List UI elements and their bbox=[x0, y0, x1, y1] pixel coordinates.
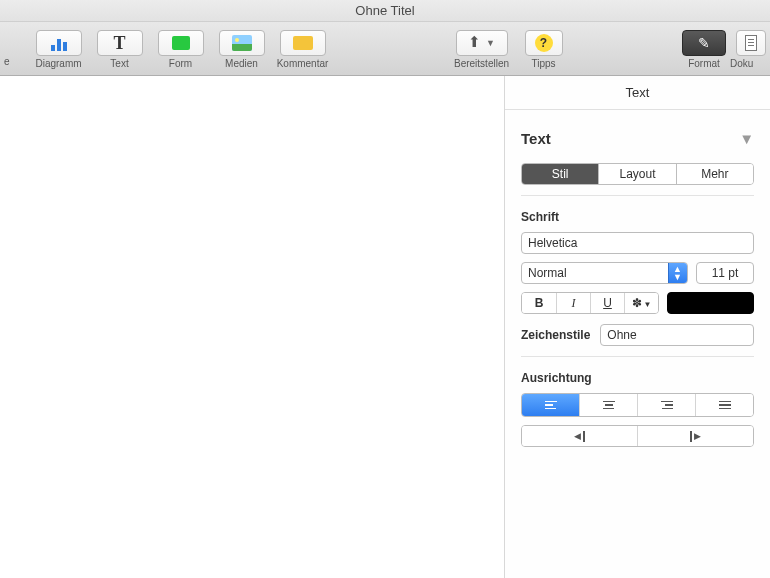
indent-icon: ▶ bbox=[690, 431, 701, 442]
toolbar-item-truncated[interactable]: e bbox=[4, 30, 28, 69]
toolbar: e Diagramm T Text Form Medien Kommentar … bbox=[0, 22, 770, 76]
align-center-button[interactable] bbox=[579, 394, 637, 416]
font-action-menu[interactable]: ✽▼ bbox=[624, 293, 658, 313]
font-weight-select[interactable]: Normal ▲▼ bbox=[521, 262, 688, 284]
font-family-select[interactable]: Helvetica bbox=[521, 232, 754, 254]
format-inspector: Text Text ▼ Stil Layout Mehr Schrift Hel… bbox=[504, 76, 770, 578]
outdent-button[interactable]: ◀ bbox=[522, 426, 637, 446]
comment-icon bbox=[293, 36, 313, 50]
toolbar-item-share[interactable]: ⬆︎ ▼ Bereitstellen bbox=[444, 30, 520, 69]
toolbar-item-chart[interactable]: Diagramm bbox=[28, 30, 89, 69]
toolbar-label: Tipps bbox=[520, 58, 568, 69]
toolbar-item-format[interactable]: Format bbox=[678, 30, 730, 69]
toolbar-label: Kommentar bbox=[272, 58, 333, 69]
align-right-icon bbox=[661, 401, 673, 410]
indent-segment: ◀ ▶ bbox=[521, 425, 754, 447]
section-label-alignment: Ausrichtung bbox=[521, 371, 754, 385]
paragraph-style-name: Text bbox=[521, 130, 551, 147]
toolbar-label: Format bbox=[678, 58, 730, 69]
outdent-icon: ◀ bbox=[574, 431, 585, 442]
align-left-icon bbox=[545, 401, 557, 410]
toolbar-item-shape[interactable]: Form bbox=[150, 30, 211, 69]
gear-icon: ✽ bbox=[632, 296, 642, 310]
inspector-subtabs: Stil Layout Mehr bbox=[521, 163, 754, 185]
toolbar-item-comment[interactable]: Kommentar bbox=[272, 30, 333, 69]
text-alignment-segment bbox=[521, 393, 754, 417]
align-right-button[interactable] bbox=[637, 394, 695, 416]
stepper-arrows-icon: ▲▼ bbox=[673, 265, 682, 281]
toolbar-label: Diagramm bbox=[28, 58, 89, 69]
inspector-tab-text[interactable]: Text bbox=[505, 85, 770, 100]
section-label-font: Schrift bbox=[521, 210, 754, 224]
align-center-icon bbox=[603, 401, 615, 410]
toolbar-label: Bereitstellen bbox=[444, 58, 520, 69]
chevron-down-icon: ▼ bbox=[644, 300, 652, 309]
subtab-stil[interactable]: Stil bbox=[522, 164, 598, 184]
font-style-group: B I U ✽▼ bbox=[521, 292, 659, 314]
toolbar-item-document[interactable]: Doku bbox=[730, 30, 766, 69]
toolbar-item-text[interactable]: T Text bbox=[89, 30, 150, 69]
subtab-layout[interactable]: Layout bbox=[598, 164, 675, 184]
share-icon: ⬆︎ bbox=[468, 33, 481, 51]
text-color-swatch[interactable] bbox=[667, 292, 754, 314]
character-style-select[interactable]: Ohne bbox=[600, 324, 754, 346]
label-character-style: Zeichenstile bbox=[521, 328, 590, 342]
paragraph-style-popup[interactable]: Text ▼ bbox=[521, 124, 754, 163]
italic-button[interactable]: I bbox=[556, 293, 590, 313]
bold-button[interactable]: B bbox=[522, 293, 556, 313]
document-icon bbox=[745, 35, 757, 51]
help-icon: ? bbox=[535, 34, 553, 52]
shape-icon bbox=[172, 36, 190, 50]
toolbar-item-media[interactable]: Medien bbox=[211, 30, 272, 69]
chevron-down-icon: ▼ bbox=[739, 130, 754, 147]
toolbar-label: Medien bbox=[211, 58, 272, 69]
chevron-down-icon: ▼ bbox=[486, 38, 495, 48]
toolbar-label: Form bbox=[150, 58, 211, 69]
align-left-button[interactable] bbox=[522, 394, 579, 416]
toolbar-label: Doku bbox=[730, 58, 766, 69]
toolbar-label: Text bbox=[89, 58, 150, 69]
toolbar-item-tips[interactable]: ? Tipps bbox=[520, 30, 568, 69]
underline-button[interactable]: U bbox=[590, 293, 624, 313]
text-icon: T bbox=[97, 30, 143, 56]
window-title: Ohne Titel bbox=[0, 0, 770, 22]
subtab-mehr[interactable]: Mehr bbox=[676, 164, 753, 184]
align-justify-button[interactable] bbox=[695, 394, 753, 416]
media-icon bbox=[232, 35, 252, 51]
format-brush-icon bbox=[698, 35, 710, 51]
document-canvas[interactable] bbox=[0, 76, 504, 578]
font-size-field[interactable]: 11 pt bbox=[696, 262, 754, 284]
chart-icon bbox=[51, 35, 67, 51]
align-justify-icon bbox=[719, 401, 731, 410]
indent-button[interactable]: ▶ bbox=[637, 426, 753, 446]
